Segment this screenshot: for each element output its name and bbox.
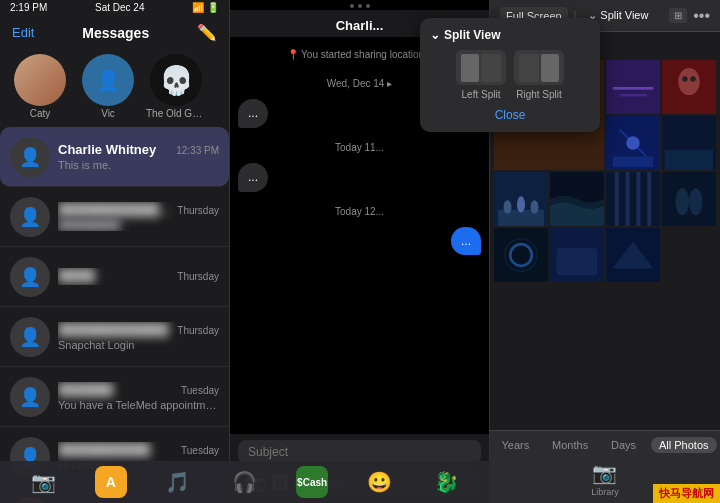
svg-point-37	[689, 188, 703, 215]
bubble-received-1: ...	[238, 99, 268, 128]
watermark: 快马导航网	[653, 484, 720, 503]
dock-icon-a[interactable]: A	[95, 466, 127, 498]
photo-inner-blue-water	[550, 172, 604, 226]
msg-top-charlie: Charlie Whitney 12:33 PM	[58, 142, 219, 157]
photo-inner-blue-figures	[662, 172, 716, 226]
msg-top-3: ████ Thursday	[58, 268, 219, 283]
status-date: Sat Dec 24	[95, 2, 144, 13]
photo-cell-performers[interactable]	[494, 172, 548, 226]
photo-cell-purple[interactable]	[606, 60, 660, 114]
photo-cell-extra1[interactable]	[550, 228, 604, 282]
split-view-popup: ⌄ Split View Left Split	[420, 18, 600, 132]
group-item-vic[interactable]: 👤 Vic	[78, 54, 138, 119]
photo-inner-extra2	[606, 228, 660, 282]
dock-icon-headphones[interactable]: 🎧	[229, 466, 261, 498]
dock-icon-emoji[interactable]: 😀	[363, 466, 395, 498]
msg-name-6: ██████████	[58, 442, 177, 457]
svg-rect-30	[606, 172, 660, 226]
dot-2	[358, 4, 362, 8]
svg-rect-2	[519, 54, 539, 82]
photo-cell-extra2[interactable]	[606, 228, 660, 282]
conversation-item-2[interactable]: 👤 ██████████████ Thursday ████████	[0, 187, 229, 247]
dock-icon-cash[interactable]: $Cash	[296, 466, 328, 498]
msg-time-4: Thursday	[177, 325, 219, 336]
msg-time-charlie: 12:33 PM	[176, 145, 219, 156]
svg-rect-35	[662, 172, 716, 226]
conversation-item-3[interactable]: 👤 ████ Thursday	[0, 247, 229, 307]
group-label-caty: Caty	[30, 108, 51, 119]
msg-name-3: ████	[58, 268, 173, 283]
svg-rect-19	[613, 157, 654, 168]
group-item-caty[interactable]: Caty	[10, 54, 70, 119]
msg-content-3: ████ Thursday	[58, 268, 219, 285]
split-view-chevron-icon: ⌄	[430, 28, 440, 42]
svg-rect-38	[494, 228, 548, 282]
dot-3	[366, 4, 370, 8]
photo-cell-red[interactable]	[662, 60, 716, 114]
bubble-row-2: ...	[238, 163, 481, 192]
photo-cell-blue-art[interactable]	[494, 228, 548, 282]
svg-rect-3	[541, 54, 559, 82]
avatar-2: 👤	[10, 197, 50, 237]
right-split-icon	[514, 50, 564, 85]
dock-icon-dragon[interactable]: 🐉	[430, 466, 462, 498]
dock-icon-camera[interactable]: 📷	[28, 466, 60, 498]
photo-inner-blue-stage	[606, 116, 660, 170]
svg-rect-13	[620, 94, 647, 97]
split-view-title: ⌄ Split View	[430, 28, 590, 42]
group-item-old-gang[interactable]: 💀 The Old Gang-...	[146, 54, 206, 119]
date-label-today2: Today 12...	[238, 200, 481, 219]
conversation-contact-name: Charli...	[336, 18, 384, 33]
messages-title: Messages	[82, 25, 149, 41]
right-split-option[interactable]: Right Split	[514, 50, 564, 100]
msg-top-4: ████████████ Thursday	[58, 322, 219, 337]
svg-rect-12	[613, 87, 654, 90]
split-options: Left Split Right Split	[430, 50, 590, 100]
toolbar-more-icon[interactable]: •••	[693, 7, 710, 25]
edit-button[interactable]: Edit	[12, 25, 34, 40]
compose-icon[interactable]: ✏️	[197, 23, 217, 42]
svg-point-26	[503, 200, 511, 214]
bubble-sent-1: ...	[451, 227, 481, 256]
group-label-vic: Vic	[101, 108, 115, 119]
photo-cell-blue-water[interactable]	[550, 172, 604, 226]
library-icon: 📷	[592, 461, 617, 485]
photo-cell-blue-curtain[interactable]	[606, 172, 660, 226]
bubble-received-2: ...	[238, 163, 268, 192]
msg-time-2: Thursday	[177, 205, 219, 216]
svg-point-28	[530, 200, 538, 214]
svg-point-17	[690, 76, 695, 81]
dock-bar: 📷 A 🎵 🎧 $Cash 😀 🐉	[0, 461, 490, 503]
photo-inner-blue-art	[494, 228, 548, 282]
msg-preview-4: Snapchat Login	[58, 339, 219, 351]
photo-inner-blue-curtain	[606, 172, 660, 226]
svg-rect-1	[481, 54, 501, 82]
msg-name-charlie: Charlie Whitney	[58, 142, 172, 157]
conversation-item-4[interactable]: 👤 ████████████ Thursday Snapchat Login	[0, 307, 229, 367]
dots-row	[230, 0, 489, 10]
close-popup-button[interactable]: Close	[430, 108, 590, 122]
status-icons: 📶 🔋	[192, 2, 219, 13]
photo-cell-blue-stage[interactable]	[606, 116, 660, 170]
bottom-tab-library[interactable]: 📷 Library	[591, 461, 619, 497]
tab-years[interactable]: Years	[493, 437, 537, 453]
dock-icon-music[interactable]: 🎵	[162, 466, 194, 498]
msg-top-5: ██████ Tuesday	[58, 382, 219, 397]
toolbar-grid-icon[interactable]: ⊞	[669, 8, 687, 23]
avatar-charlie: 👤	[10, 137, 50, 177]
photos-panel: Full Screen | ⌄ Split View ⊞ ••• ⌄ Split…	[490, 0, 720, 503]
group-label-old-gang: The Old Gang-...	[146, 108, 206, 119]
conversation-item-5[interactable]: 👤 ██████ Tuesday You have a TeleMed appo…	[0, 367, 229, 427]
avatar-4: 👤	[10, 317, 50, 357]
left-split-option[interactable]: Left Split	[456, 50, 506, 100]
tab-days[interactable]: Days	[603, 437, 644, 453]
svg-rect-42	[557, 248, 598, 275]
avatar-5: 👤	[10, 377, 50, 417]
tab-all-photos[interactable]: All Photos	[651, 437, 717, 453]
photo-cell-blue-figures[interactable]	[662, 172, 716, 226]
conversation-item-charlie[interactable]: 👤 Charlie Whitney 12:33 PM This is me.	[0, 127, 229, 187]
messages-header: Edit Messages ✏️	[0, 15, 229, 46]
svg-rect-23	[665, 150, 714, 170]
tab-months[interactable]: Months	[544, 437, 596, 453]
photo-cell-blue-group[interactable]	[662, 116, 716, 170]
